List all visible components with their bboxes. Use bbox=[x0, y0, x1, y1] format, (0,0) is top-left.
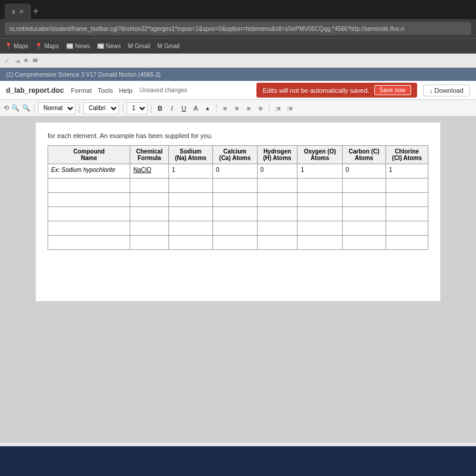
style-select[interactable]: Normal bbox=[38, 102, 76, 114]
lms-toolbar: ✓ ◂ ≡ ✉ bbox=[0, 54, 476, 68]
bold-button[interactable]: B bbox=[155, 104, 165, 112]
cell[interactable] bbox=[342, 193, 386, 207]
cell[interactable] bbox=[386, 193, 428, 207]
cell[interactable] bbox=[342, 207, 386, 221]
new-tab-icon[interactable]: + bbox=[33, 7, 39, 16]
checkmark-icon[interactable]: ✓ bbox=[4, 56, 11, 65]
table-row bbox=[48, 236, 428, 250]
header-calcium-atoms: Calcium(Ca) Atoms bbox=[213, 146, 257, 164]
cell[interactable] bbox=[298, 221, 342, 236]
example-ca: 0 bbox=[213, 164, 257, 178]
zoom-icon[interactable]: 🔍 bbox=[22, 104, 30, 112]
bookmark-news-2[interactable]: 📰 News bbox=[97, 43, 121, 49]
cell[interactable] bbox=[130, 178, 169, 193]
cell[interactable] bbox=[168, 193, 212, 207]
size-select[interactable]: 11 bbox=[127, 102, 148, 114]
cell[interactable] bbox=[298, 178, 342, 193]
cell[interactable] bbox=[48, 221, 130, 236]
example-h: 0 bbox=[257, 164, 298, 178]
bottom-bar bbox=[0, 446, 476, 476]
example-row: Ex: Sodium hypochlorite NaClO 1 0 0 1 0 … bbox=[48, 164, 428, 178]
cell[interactable] bbox=[48, 207, 130, 221]
italic-button[interactable]: I bbox=[167, 104, 177, 112]
cell[interactable] bbox=[130, 193, 169, 207]
example-na: 1 bbox=[168, 164, 212, 178]
table-row bbox=[48, 193, 428, 207]
separator bbox=[269, 104, 270, 113]
cell[interactable] bbox=[298, 236, 342, 250]
cell[interactable] bbox=[386, 178, 428, 193]
pin-icon: 📍 bbox=[5, 43, 12, 49]
bookmark-gmail-2[interactable]: M Gmail bbox=[157, 43, 179, 49]
cell[interactable] bbox=[298, 193, 342, 207]
cell[interactable] bbox=[48, 236, 130, 250]
bookmark-news-1[interactable]: 📰 News bbox=[66, 43, 90, 49]
cell[interactable] bbox=[48, 178, 130, 193]
align-left-button[interactable]: ≡ bbox=[220, 104, 230, 112]
cell[interactable] bbox=[342, 236, 386, 250]
cell[interactable] bbox=[386, 221, 428, 236]
bookmark-label: News bbox=[106, 43, 121, 49]
unsaved-label: Unsaved changes bbox=[140, 87, 187, 93]
example-formula: NaClO bbox=[130, 164, 169, 178]
cell[interactable] bbox=[342, 221, 386, 236]
undo-icon[interactable]: ⟲ bbox=[4, 104, 9, 112]
cell[interactable] bbox=[386, 207, 428, 221]
align-justify-button[interactable]: ≡ bbox=[256, 104, 265, 112]
cell[interactable] bbox=[257, 221, 298, 236]
bookmark-maps-1[interactable]: 📍 Maps bbox=[5, 43, 28, 49]
cell[interactable] bbox=[386, 236, 428, 250]
tools-menu[interactable]: Tools bbox=[98, 87, 113, 94]
cell[interactable] bbox=[130, 221, 169, 236]
address-bar[interactable]: rs.net/educator/student/frame_toolbar.cg… bbox=[5, 22, 471, 35]
save-now-button[interactable]: Save now bbox=[374, 85, 411, 95]
example-cl: 1 bbox=[386, 164, 428, 178]
cell[interactable] bbox=[298, 207, 342, 221]
format-menu[interactable]: Format bbox=[71, 87, 92, 94]
cell[interactable] bbox=[168, 221, 212, 236]
ordered-list-button[interactable]: :≡ bbox=[273, 104, 283, 112]
pin-icon: 📍 bbox=[35, 43, 42, 49]
align-right-button[interactable]: ≡ bbox=[244, 104, 253, 112]
download-button[interactable]: ↓ Download bbox=[423, 84, 470, 96]
cell[interactable] bbox=[257, 178, 298, 193]
header-sodium-atoms: Sodium(Na) Atoms bbox=[168, 146, 212, 164]
menu-icon[interactable]: ≡ bbox=[24, 57, 28, 64]
browser-tab[interactable]: x ✕ bbox=[5, 4, 31, 19]
cell[interactable] bbox=[213, 193, 257, 207]
underline-button[interactable]: U bbox=[179, 104, 189, 112]
cell[interactable] bbox=[257, 236, 298, 250]
table-row bbox=[48, 221, 428, 236]
formatting-bar: ⟲ 🔍 🔍 Normal Calibri 11 B I U A ▲ ≡ ≡ ≡ … bbox=[0, 100, 476, 117]
cell[interactable] bbox=[130, 236, 169, 250]
cell[interactable] bbox=[213, 178, 257, 193]
cell[interactable] bbox=[257, 207, 298, 221]
align-center-button[interactable]: ≡ bbox=[232, 104, 242, 112]
cell[interactable] bbox=[168, 178, 212, 193]
help-menu[interactable]: Help bbox=[119, 87, 133, 94]
tab-close-icon[interactable]: ✕ bbox=[19, 8, 24, 15]
cell[interactable] bbox=[213, 207, 257, 221]
autosave-banner: Edits will not be automatically saved. S… bbox=[256, 83, 416, 98]
cell[interactable] bbox=[48, 193, 130, 207]
cell[interactable] bbox=[213, 221, 257, 236]
font-color-button[interactable]: A bbox=[191, 104, 201, 112]
back-arrow-icon[interactable]: ◂ bbox=[15, 56, 20, 65]
bookmark-gmail-1[interactable]: M Gmail bbox=[128, 43, 150, 49]
font-select[interactable]: Calibri bbox=[83, 102, 119, 114]
bookmark-label: Maps bbox=[44, 43, 58, 49]
cell[interactable] bbox=[213, 236, 257, 250]
bookmarks-bar: 📍 Maps 📍 Maps 📰 News 📰 News M Gmail M Gm… bbox=[0, 38, 476, 54]
cell[interactable] bbox=[168, 236, 212, 250]
cell[interactable] bbox=[257, 193, 298, 207]
font-highlight-button[interactable]: ▲ bbox=[203, 105, 212, 112]
email-icon[interactable]: ✉ bbox=[33, 57, 37, 64]
bookmark-maps-2[interactable]: 📍 Maps bbox=[35, 43, 58, 49]
cell[interactable] bbox=[168, 207, 212, 221]
unordered-list-button[interactable]: :≡ bbox=[285, 104, 295, 112]
course-bar: (1) Comprehensive Science 3 V17 Donald N… bbox=[0, 68, 476, 81]
redo-icon[interactable]: 🔍 bbox=[11, 104, 20, 112]
cell[interactable] bbox=[342, 178, 386, 193]
table-row bbox=[48, 178, 428, 193]
cell[interactable] bbox=[130, 207, 169, 221]
